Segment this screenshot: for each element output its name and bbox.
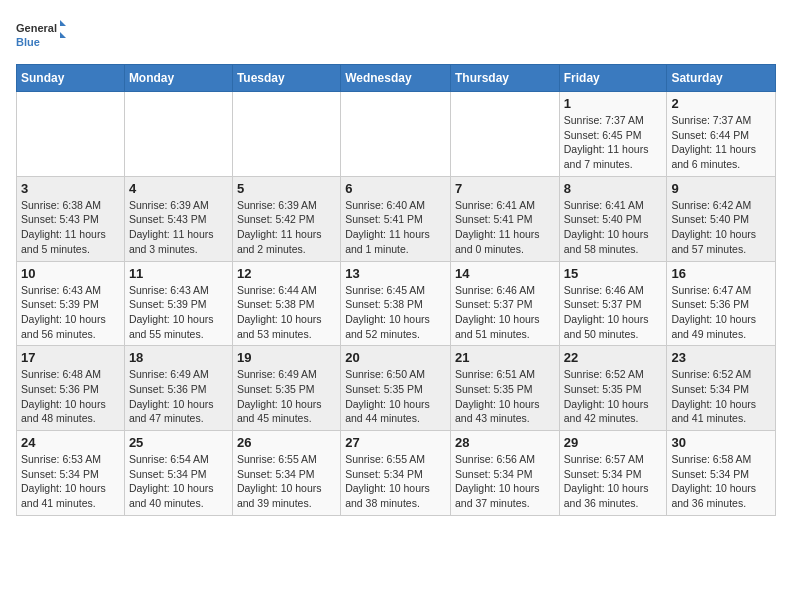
calendar-cell: 10Sunrise: 6:43 AM Sunset: 5:39 PM Dayli… <box>17 261 125 346</box>
day-number: 16 <box>671 266 771 281</box>
day-info: Sunrise: 6:52 AM Sunset: 5:35 PM Dayligh… <box>564 367 663 426</box>
svg-marker-2 <box>60 20 66 26</box>
day-number: 6 <box>345 181 446 196</box>
day-number: 15 <box>564 266 663 281</box>
day-info: Sunrise: 6:48 AM Sunset: 5:36 PM Dayligh… <box>21 367 120 426</box>
calendar-cell: 24Sunrise: 6:53 AM Sunset: 5:34 PM Dayli… <box>17 431 125 516</box>
calendar-cell: 23Sunrise: 6:52 AM Sunset: 5:34 PM Dayli… <box>667 346 776 431</box>
day-header-monday: Monday <box>124 65 232 92</box>
calendar-cell: 22Sunrise: 6:52 AM Sunset: 5:35 PM Dayli… <box>559 346 667 431</box>
day-info: Sunrise: 6:54 AM Sunset: 5:34 PM Dayligh… <box>129 452 228 511</box>
day-number: 25 <box>129 435 228 450</box>
day-info: Sunrise: 6:51 AM Sunset: 5:35 PM Dayligh… <box>455 367 555 426</box>
calendar-cell: 15Sunrise: 6:46 AM Sunset: 5:37 PM Dayli… <box>559 261 667 346</box>
day-info: Sunrise: 6:39 AM Sunset: 5:43 PM Dayligh… <box>129 198 228 257</box>
day-number: 11 <box>129 266 228 281</box>
day-info: Sunrise: 6:55 AM Sunset: 5:34 PM Dayligh… <box>345 452 446 511</box>
calendar-cell: 1Sunrise: 7:37 AM Sunset: 6:45 PM Daylig… <box>559 92 667 177</box>
svg-text:General: General <box>16 22 57 34</box>
calendar-cell <box>450 92 559 177</box>
calendar-table: SundayMondayTuesdayWednesdayThursdayFrid… <box>16 64 776 516</box>
day-info: Sunrise: 7:37 AM Sunset: 6:44 PM Dayligh… <box>671 113 771 172</box>
calendar-cell: 17Sunrise: 6:48 AM Sunset: 5:36 PM Dayli… <box>17 346 125 431</box>
week-row-4: 17Sunrise: 6:48 AM Sunset: 5:36 PM Dayli… <box>17 346 776 431</box>
day-number: 27 <box>345 435 446 450</box>
calendar-header: SundayMondayTuesdayWednesdayThursdayFrid… <box>17 65 776 92</box>
day-info: Sunrise: 6:53 AM Sunset: 5:34 PM Dayligh… <box>21 452 120 511</box>
day-number: 28 <box>455 435 555 450</box>
days-of-week-row: SundayMondayTuesdayWednesdayThursdayFrid… <box>17 65 776 92</box>
day-info: Sunrise: 6:39 AM Sunset: 5:42 PM Dayligh… <box>237 198 336 257</box>
calendar-cell: 28Sunrise: 6:56 AM Sunset: 5:34 PM Dayli… <box>450 431 559 516</box>
day-info: Sunrise: 6:57 AM Sunset: 5:34 PM Dayligh… <box>564 452 663 511</box>
calendar-cell: 3Sunrise: 6:38 AM Sunset: 5:43 PM Daylig… <box>17 176 125 261</box>
day-number: 19 <box>237 350 336 365</box>
day-header-wednesday: Wednesday <box>341 65 451 92</box>
day-info: Sunrise: 6:49 AM Sunset: 5:36 PM Dayligh… <box>129 367 228 426</box>
day-info: Sunrise: 6:49 AM Sunset: 5:35 PM Dayligh… <box>237 367 336 426</box>
day-number: 3 <box>21 181 120 196</box>
day-number: 12 <box>237 266 336 281</box>
day-header-sunday: Sunday <box>17 65 125 92</box>
day-number: 5 <box>237 181 336 196</box>
day-info: Sunrise: 6:47 AM Sunset: 5:36 PM Dayligh… <box>671 283 771 342</box>
calendar-cell: 9Sunrise: 6:42 AM Sunset: 5:40 PM Daylig… <box>667 176 776 261</box>
day-number: 22 <box>564 350 663 365</box>
svg-text:Blue: Blue <box>16 36 40 48</box>
calendar-cell: 29Sunrise: 6:57 AM Sunset: 5:34 PM Dayli… <box>559 431 667 516</box>
calendar-cell: 18Sunrise: 6:49 AM Sunset: 5:36 PM Dayli… <box>124 346 232 431</box>
calendar-cell: 20Sunrise: 6:50 AM Sunset: 5:35 PM Dayli… <box>341 346 451 431</box>
week-row-5: 24Sunrise: 6:53 AM Sunset: 5:34 PM Dayli… <box>17 431 776 516</box>
day-info: Sunrise: 6:55 AM Sunset: 5:34 PM Dayligh… <box>237 452 336 511</box>
day-number: 1 <box>564 96 663 111</box>
day-number: 17 <box>21 350 120 365</box>
day-number: 29 <box>564 435 663 450</box>
day-info: Sunrise: 6:46 AM Sunset: 5:37 PM Dayligh… <box>564 283 663 342</box>
day-info: Sunrise: 6:38 AM Sunset: 5:43 PM Dayligh… <box>21 198 120 257</box>
calendar-cell <box>17 92 125 177</box>
calendar-cell: 16Sunrise: 6:47 AM Sunset: 5:36 PM Dayli… <box>667 261 776 346</box>
day-header-saturday: Saturday <box>667 65 776 92</box>
day-info: Sunrise: 6:43 AM Sunset: 5:39 PM Dayligh… <box>129 283 228 342</box>
day-info: Sunrise: 6:56 AM Sunset: 5:34 PM Dayligh… <box>455 452 555 511</box>
day-number: 26 <box>237 435 336 450</box>
calendar-body: 1Sunrise: 7:37 AM Sunset: 6:45 PM Daylig… <box>17 92 776 516</box>
calendar-cell: 26Sunrise: 6:55 AM Sunset: 5:34 PM Dayli… <box>232 431 340 516</box>
calendar-cell <box>232 92 340 177</box>
day-number: 13 <box>345 266 446 281</box>
calendar-cell <box>124 92 232 177</box>
day-number: 8 <box>564 181 663 196</box>
day-number: 4 <box>129 181 228 196</box>
calendar-cell: 13Sunrise: 6:45 AM Sunset: 5:38 PM Dayli… <box>341 261 451 346</box>
day-header-thursday: Thursday <box>450 65 559 92</box>
calendar-cell: 19Sunrise: 6:49 AM Sunset: 5:35 PM Dayli… <box>232 346 340 431</box>
calendar-cell: 4Sunrise: 6:39 AM Sunset: 5:43 PM Daylig… <box>124 176 232 261</box>
day-info: Sunrise: 6:58 AM Sunset: 5:34 PM Dayligh… <box>671 452 771 511</box>
day-number: 20 <box>345 350 446 365</box>
calendar-cell: 14Sunrise: 6:46 AM Sunset: 5:37 PM Dayli… <box>450 261 559 346</box>
day-number: 24 <box>21 435 120 450</box>
day-header-friday: Friday <box>559 65 667 92</box>
calendar-cell: 7Sunrise: 6:41 AM Sunset: 5:41 PM Daylig… <box>450 176 559 261</box>
week-row-3: 10Sunrise: 6:43 AM Sunset: 5:39 PM Dayli… <box>17 261 776 346</box>
day-number: 2 <box>671 96 771 111</box>
day-info: Sunrise: 6:44 AM Sunset: 5:38 PM Dayligh… <box>237 283 336 342</box>
logo: General Blue <box>16 16 66 56</box>
day-info: Sunrise: 6:52 AM Sunset: 5:34 PM Dayligh… <box>671 367 771 426</box>
calendar-cell: 30Sunrise: 6:58 AM Sunset: 5:34 PM Dayli… <box>667 431 776 516</box>
day-info: Sunrise: 6:42 AM Sunset: 5:40 PM Dayligh… <box>671 198 771 257</box>
day-info: Sunrise: 6:45 AM Sunset: 5:38 PM Dayligh… <box>345 283 446 342</box>
logo-svg: General Blue <box>16 16 66 56</box>
page-header: General Blue <box>16 16 776 56</box>
svg-marker-3 <box>60 32 66 38</box>
day-number: 9 <box>671 181 771 196</box>
week-row-2: 3Sunrise: 6:38 AM Sunset: 5:43 PM Daylig… <box>17 176 776 261</box>
calendar-cell: 21Sunrise: 6:51 AM Sunset: 5:35 PM Dayli… <box>450 346 559 431</box>
day-number: 30 <box>671 435 771 450</box>
calendar-cell: 11Sunrise: 6:43 AM Sunset: 5:39 PM Dayli… <box>124 261 232 346</box>
day-info: Sunrise: 7:37 AM Sunset: 6:45 PM Dayligh… <box>564 113 663 172</box>
day-info: Sunrise: 6:50 AM Sunset: 5:35 PM Dayligh… <box>345 367 446 426</box>
day-info: Sunrise: 6:41 AM Sunset: 5:40 PM Dayligh… <box>564 198 663 257</box>
calendar-cell: 27Sunrise: 6:55 AM Sunset: 5:34 PM Dayli… <box>341 431 451 516</box>
day-number: 23 <box>671 350 771 365</box>
